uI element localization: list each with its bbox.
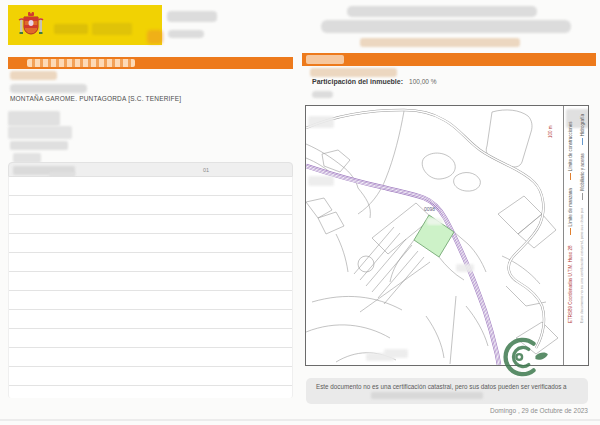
parcel-number-label: 0098	[424, 206, 435, 212]
table-header-code: 01	[203, 167, 209, 173]
legend-item: Hidrografía	[580, 114, 585, 145]
map-scale-text: 100 m	[548, 125, 553, 138]
legend-item: Límite de manzana	[568, 188, 573, 235]
redacted-reference	[306, 55, 344, 64]
redacted-subtitle	[360, 38, 520, 47]
table-rows	[8, 177, 293, 398]
redacted-stamp	[147, 30, 163, 44]
redacted-text	[10, 71, 57, 80]
cadastral-data-table: 01	[8, 162, 293, 399]
spain-coat-of-arms-icon	[15, 10, 45, 40]
legend-line-1: ETRS89 Coordenadas U.T.M. Huso 28 Límite…	[564, 106, 576, 365]
redacted-text	[54, 24, 88, 34]
participation-label: Participación del inmueble:	[312, 78, 403, 85]
table-header: 01	[8, 162, 293, 177]
redacted-text	[312, 91, 333, 98]
line-swatch-icon	[570, 173, 571, 180]
legend-line-2: Este documento no es una certificación c…	[576, 106, 588, 365]
institution-banner	[8, 5, 162, 45]
redacted-title	[347, 6, 537, 17]
map-canvas: 0098 100 m	[306, 106, 563, 365]
map-legend-strip: ETRS89 Coordenadas U.T.M. Huso 28 Límite…	[563, 106, 588, 365]
map-legend-rotated: ETRS89 Coordenadas U.T.M. Huso 28 Límite…	[564, 106, 588, 365]
disclaimer-box: Este documento no es una certificación c…	[306, 378, 588, 404]
document-date: Domingo , 29 de Octubre de 2023	[438, 407, 588, 414]
map-drawing: 0098 100 m	[306, 106, 563, 365]
redacted-title	[321, 20, 571, 33]
redacted-text	[168, 30, 204, 38]
redacted-text	[10, 84, 87, 93]
redacted-text	[310, 68, 397, 77]
coordinates-note: ETRS89 Coordenadas U.T.M. Huso 28	[568, 245, 573, 323]
redacted-text	[167, 11, 217, 22]
redacted-block	[8, 126, 72, 139]
participation-line: Participación del inmueble:100,00 %	[312, 78, 437, 85]
redacted-reference	[27, 59, 135, 67]
line-swatch-icon	[582, 193, 583, 200]
legend-item: Mobiliario y aceras	[580, 153, 585, 200]
legend-fine-print: Este documento no es una certificación c…	[580, 208, 584, 323]
cocampo-logo-icon	[498, 336, 550, 378]
participation-value: 100,00 %	[409, 78, 436, 85]
page-bottom-edge	[0, 419, 600, 421]
cadastral-map: 0098 100 m ETRS89 Coordenadas U.T.M. Hus…	[305, 105, 589, 366]
disclaimer-text: Este documento no es una certificación c…	[316, 383, 578, 390]
legend-item: Límite de construcciones	[568, 121, 573, 180]
redacted-text	[92, 23, 132, 35]
redacted-block	[8, 111, 60, 126]
line-swatch-icon	[570, 228, 571, 235]
property-location: MONTAÑA GAROME. PUNTAGORDA [S.C. TENERIF…	[10, 95, 181, 102]
line-swatch-icon	[582, 138, 583, 145]
parcel-redaction-patch	[427, 218, 443, 225]
redacted-link	[371, 392, 483, 399]
section-header-bar-left	[8, 57, 293, 69]
redacted-block	[10, 141, 68, 150]
section-header-bar-right	[302, 53, 596, 66]
